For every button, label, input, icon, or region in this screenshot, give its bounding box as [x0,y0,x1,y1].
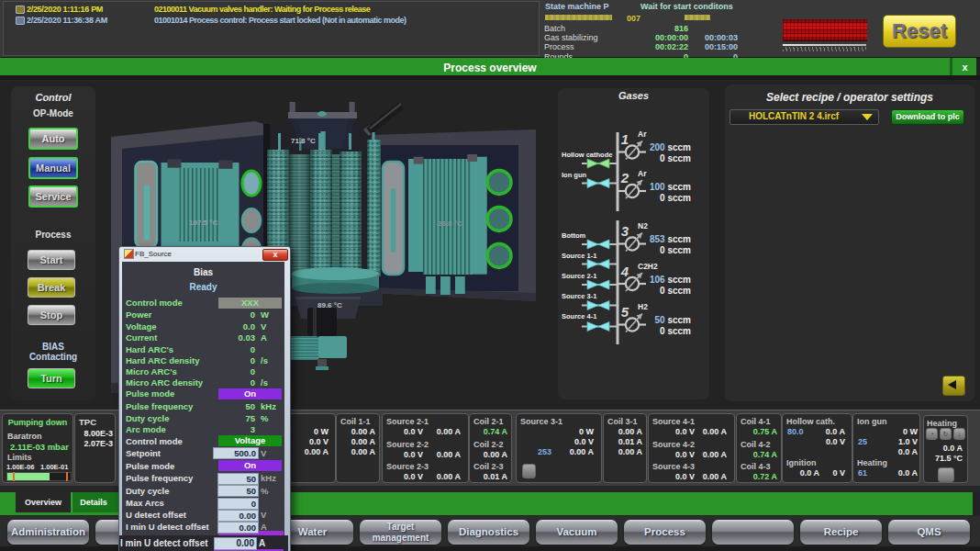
svg-text:200 sccm: 200 sccm [650,142,691,152]
svg-text:Ar: Ar [638,169,647,178]
svg-text:0 sccm: 0 sccm [660,245,691,255]
svg-text:Source 1-1: Source 1-1 [562,252,596,260]
svg-text:107.5 °C: 107.5 °C [189,219,217,227]
svg-text:Source 3-1: Source 3-1 [562,292,596,300]
svg-text:853 sccm: 853 sccm [650,234,691,244]
svg-text:3: 3 [621,223,629,239]
svg-text:0 sccm: 0 sccm [660,326,691,336]
svg-text:4: 4 [620,264,629,279]
svg-text:100 sccm: 100 sccm [650,182,691,192]
svg-text:Source 2-1: Source 2-1 [562,272,596,280]
svg-text:Hollow cathode: Hollow cathode [562,151,612,159]
svg-text:H2: H2 [638,302,648,311]
svg-text:Ion gun: Ion gun [562,171,586,179]
svg-text:50 sccm: 50 sccm [655,315,692,325]
svg-text:89.6 °C: 89.6 °C [317,301,342,309]
svg-text:0 sccm: 0 sccm [660,193,691,203]
svg-text:71.8 °C: 71.8 °C [291,137,316,145]
svg-text:C2H2: C2H2 [638,262,658,271]
svg-text:N2: N2 [638,221,648,231]
svg-text:Bottom: Bottom [562,231,586,240]
svg-text:Source 4-1: Source 4-1 [562,312,596,320]
svg-text:1: 1 [621,131,629,147]
svg-text:26.8 °C: 26.8 °C [438,219,462,228]
svg-text:2: 2 [620,170,629,186]
svg-text:106 sccm: 106 sccm [650,275,691,285]
svg-text:0 sccm: 0 sccm [660,153,691,163]
svg-text:Ar: Ar [638,129,647,139]
svg-text:5: 5 [621,304,629,320]
svg-text:0 sccm: 0 sccm [660,286,691,296]
